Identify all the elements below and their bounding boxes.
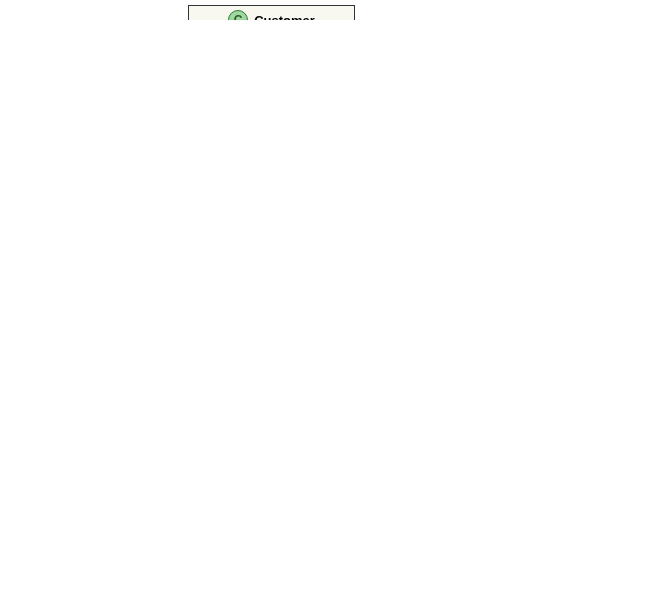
class-icon: C bbox=[228, 10, 248, 20]
class-title: Customer bbox=[254, 13, 315, 21]
class-customer: C Customer customerId: int name: string … bbox=[188, 5, 355, 20]
